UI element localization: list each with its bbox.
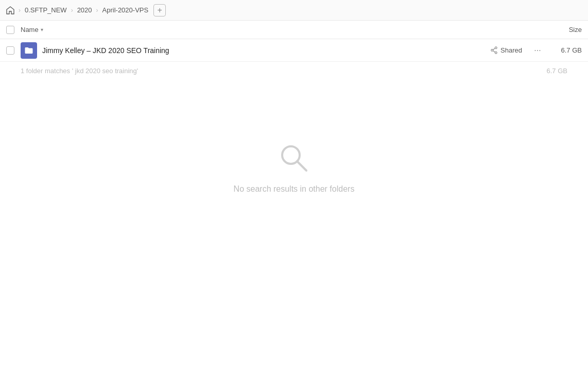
no-results-icon	[278, 142, 310, 176]
file-size: 6.7 GB	[551, 46, 582, 54]
breadcrumb-sftp[interactable]: 0.SFTP_NEW	[23, 5, 69, 15]
file-row[interactable]: Jimmy Kelley – JKD 2020 SEO Training Sha…	[0, 39, 588, 62]
svg-line-3	[493, 48, 495, 50]
more-options-button[interactable]: ···	[530, 43, 545, 58]
add-breadcrumb-button[interactable]: +	[153, 4, 166, 16]
name-sort-button[interactable]: Name ▾	[21, 26, 43, 33]
size-column-header: Size	[569, 26, 582, 33]
breadcrumb-sep-2: ›	[71, 7, 73, 14]
search-note-row: 1 folder matches ' jkd 2020 seo training…	[0, 62, 588, 80]
row-checkbox[interactable]	[6, 46, 14, 55]
share-icon	[490, 46, 498, 54]
breadcrumb-sep-3: ›	[96, 7, 98, 14]
empty-state: No search results in other folders	[0, 80, 588, 255]
svg-line-6	[297, 161, 306, 171]
breadcrumb-april[interactable]: April-2020-VPS	[100, 5, 151, 15]
folder-icon	[21, 42, 37, 59]
search-note-text: 1 folder matches ' jkd 2020 seo training…	[21, 67, 138, 75]
sort-arrow-icon: ▾	[41, 27, 43, 32]
svg-point-2	[495, 52, 497, 54]
breadcrumb-bar: › 0.SFTP_NEW › 2020 › April-2020-VPS +	[0, 0, 588, 21]
search-note-size: 6.7 GB	[547, 67, 567, 75]
svg-point-1	[491, 49, 493, 52]
svg-line-4	[493, 50, 495, 52]
shared-badge: Shared	[490, 46, 522, 54]
file-name: Jimmy Kelley – JKD 2020 SEO Training	[42, 46, 490, 55]
empty-state-text: No search results in other folders	[234, 184, 355, 194]
breadcrumb-2020[interactable]: 2020	[75, 5, 94, 15]
shared-label: Shared	[500, 46, 522, 54]
home-button[interactable]	[6, 6, 14, 14]
breadcrumb-sep-1: ›	[19, 7, 21, 14]
column-header: Name ▾ Size	[0, 21, 588, 39]
select-all-checkbox[interactable]	[6, 26, 14, 34]
svg-point-0	[495, 47, 497, 49]
